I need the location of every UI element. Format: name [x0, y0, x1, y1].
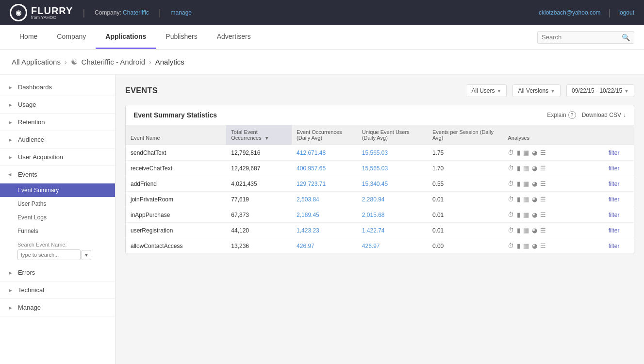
hierarchy-icon[interactable]: ▦: [523, 196, 529, 203]
hierarchy-icon[interactable]: ▦: [523, 242, 529, 249]
cell-per-session: 1.70: [428, 161, 503, 176]
cell-daily-avg: 426.97: [292, 238, 357, 254]
sidebar-item-dashboards[interactable]: ► Dashboards: [0, 79, 115, 96]
filter-dates-dropdown[interactable]: 09/22/15 - 10/22/15 ▼: [566, 84, 634, 97]
sidebar-item-manage[interactable]: ► Manage: [0, 299, 115, 316]
list-icon[interactable]: ☰: [540, 211, 546, 218]
download-csv-button[interactable]: Download CSV ↓: [582, 112, 626, 118]
explain-label: Explain: [547, 112, 566, 118]
list-icon[interactable]: ☰: [540, 227, 546, 234]
search-event-input[interactable]: [17, 249, 81, 260]
bar-chart-icon[interactable]: ▮: [517, 180, 520, 187]
sidebar-item-audience[interactable]: ► Audience: [0, 131, 115, 149]
event-summary-header: Event Summary Statistics Explain ? Downl…: [126, 105, 634, 125]
filter-link[interactable]: filter: [609, 212, 620, 218]
list-icon[interactable]: ☰: [540, 149, 546, 156]
sidebar-item-technical[interactable]: ► Technical: [0, 281, 115, 299]
logo-icon: ◉: [10, 4, 27, 21]
sidebar-item-user-acquisition[interactable]: ► User Acquisition: [0, 149, 115, 166]
chevron-right-icon: ►: [8, 84, 13, 90]
filter-link[interactable]: filter: [609, 181, 620, 187]
hierarchy-icon[interactable]: ▦: [523, 180, 529, 187]
sidebar-item-events[interactable]: ▼ Events: [0, 166, 115, 183]
breadcrumb-sep1: ›: [65, 58, 67, 66]
company-info: Company: Chateriffic: [95, 9, 149, 16]
pie-chart-icon[interactable]: ◕: [532, 211, 537, 218]
chevron-right-icon: ►: [8, 154, 13, 160]
list-icon[interactable]: ☰: [540, 242, 546, 249]
search-event-dropdown[interactable]: ▼: [82, 250, 91, 260]
timeline-icon[interactable]: ⏱: [508, 196, 514, 203]
cell-filter: filter: [604, 192, 634, 207]
manage-link[interactable]: manage: [171, 9, 192, 16]
explain-button[interactable]: Explain ?: [547, 111, 576, 119]
sidebar-item-usage[interactable]: ► Usage: [0, 96, 115, 114]
pie-chart-icon[interactable]: ◕: [532, 165, 537, 172]
pie-chart-icon[interactable]: ◕: [532, 227, 537, 234]
bar-chart-icon[interactable]: ▮: [517, 149, 520, 156]
logo-area: ◉ FLURRY from YAHOO!: [10, 4, 73, 21]
filter-link[interactable]: filter: [609, 165, 620, 172]
bar-chart-icon[interactable]: ▮: [517, 227, 520, 234]
nav-item-applications[interactable]: Applications: [96, 25, 156, 49]
nav-item-home[interactable]: Home: [10, 25, 47, 49]
cell-unique: 2,280.94: [357, 192, 428, 207]
timeline-icon[interactable]: ⏱: [508, 211, 514, 218]
filter-link[interactable]: filter: [609, 227, 620, 234]
logo-text: FLURRY from YAHOO!: [31, 6, 73, 20]
bar-chart-icon[interactable]: ▮: [517, 196, 520, 203]
sidebar-item-retention[interactable]: ► Retention: [0, 114, 115, 131]
timeline-icon[interactable]: ⏱: [508, 242, 514, 249]
cell-analyses: ⏱ ▮ ▦ ◕ ☰: [503, 176, 603, 192]
cell-analyses: ⏱ ▮ ▦ ◕ ☰: [503, 207, 603, 223]
filter-link[interactable]: filter: [609, 149, 620, 156]
hierarchy-icon[interactable]: ▦: [523, 165, 529, 172]
chevron-down-icon: ▼: [624, 88, 629, 94]
nav-item-advertisers[interactable]: Advertisers: [207, 25, 261, 49]
sort-icon: ▼: [264, 135, 269, 141]
bar-chart-icon[interactable]: ▮: [517, 242, 520, 249]
event-summary-title: Event Summary Statistics: [133, 111, 217, 119]
hierarchy-icon[interactable]: ▦: [523, 149, 529, 156]
filter-link[interactable]: filter: [609, 196, 620, 203]
timeline-icon[interactable]: ⏱: [508, 180, 514, 187]
list-icon[interactable]: ☰: [540, 180, 546, 187]
pie-chart-icon[interactable]: ◕: [532, 242, 537, 249]
list-icon[interactable]: ☰: [540, 165, 546, 172]
pie-chart-icon[interactable]: ◕: [532, 180, 537, 187]
pie-chart-icon[interactable]: ◕: [532, 196, 537, 203]
main-layout: ► Dashboards ► Usage ► Retention ► Audie…: [0, 75, 644, 364]
sidebar-sub-event-summary[interactable]: Event Summary: [0, 183, 115, 197]
col-header-event-name: Event Name: [126, 125, 226, 145]
nav-item-company[interactable]: Company: [47, 25, 96, 49]
hierarchy-icon[interactable]: ▦: [523, 227, 529, 234]
sidebar-label-events: Events: [18, 171, 37, 178]
breadcrumb-app-name[interactable]: Chateriffic - Android: [82, 58, 145, 66]
sidebar-sub-user-paths[interactable]: User Paths: [0, 197, 115, 211]
top-bar-right: cklotzbach@yahoo.com | logout: [539, 8, 634, 18]
logout-button[interactable]: logout: [618, 9, 634, 16]
cell-per-session: 0.00: [428, 238, 503, 254]
list-icon[interactable]: ☰: [540, 196, 546, 203]
sidebar-sub-funnels[interactable]: Funnels: [0, 224, 115, 238]
android-icon: ☯: [71, 57, 78, 66]
table-row: addFriend 4,021,435 129,723.71 15,340.45…: [126, 176, 634, 192]
filter-versions-dropdown[interactable]: All Versions ▼: [512, 84, 561, 97]
hierarchy-icon[interactable]: ▦: [523, 211, 529, 218]
timeline-icon[interactable]: ⏱: [508, 227, 514, 234]
search-input[interactable]: [542, 33, 622, 41]
timeline-icon[interactable]: ⏱: [508, 149, 514, 156]
col-header-total[interactable]: Total Event Occurrences ▼: [226, 125, 292, 145]
nav-item-publishers[interactable]: Publishers: [156, 25, 207, 49]
sidebar-sub-event-logs[interactable]: Event Logs: [0, 211, 115, 224]
bar-chart-icon[interactable]: ▮: [517, 211, 520, 218]
breadcrumb: All Applications › ☯ Chateriffic - Andro…: [0, 50, 644, 75]
divider1: |: [83, 8, 85, 18]
filter-link[interactable]: filter: [609, 243, 620, 249]
bar-chart-icon[interactable]: ▮: [517, 165, 520, 172]
filter-users-dropdown[interactable]: All Users ▼: [466, 84, 507, 97]
breadcrumb-all-apps[interactable]: All Applications: [12, 58, 61, 66]
sidebar-item-errors[interactable]: ► Errors: [0, 264, 115, 281]
pie-chart-icon[interactable]: ◕: [532, 149, 537, 156]
timeline-icon[interactable]: ⏱: [508, 165, 514, 172]
